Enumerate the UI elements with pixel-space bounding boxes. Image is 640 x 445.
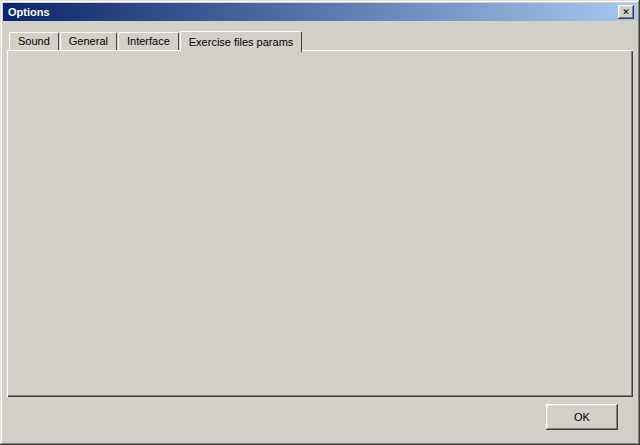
tab-interface[interactable]: Interface (118, 32, 179, 50)
titlebar[interactable]: Options ✕ (3, 3, 637, 21)
tab-page-exercise-files-params (7, 50, 633, 397)
tab-bar: SoundGeneralInterfaceExercise files para… (9, 29, 303, 50)
tab-general[interactable]: General (60, 32, 117, 50)
tab-exercise-files-params[interactable]: Exercise files params (180, 31, 303, 52)
options-dialog: Options ✕ SoundGeneralInterfaceExercise … (0, 0, 640, 445)
close-button[interactable]: ✕ (618, 5, 634, 19)
window-title: Options (8, 6, 50, 18)
close-icon: ✕ (622, 8, 630, 17)
ok-button[interactable]: OK (546, 404, 618, 430)
tab-sound[interactable]: Sound (9, 32, 59, 50)
